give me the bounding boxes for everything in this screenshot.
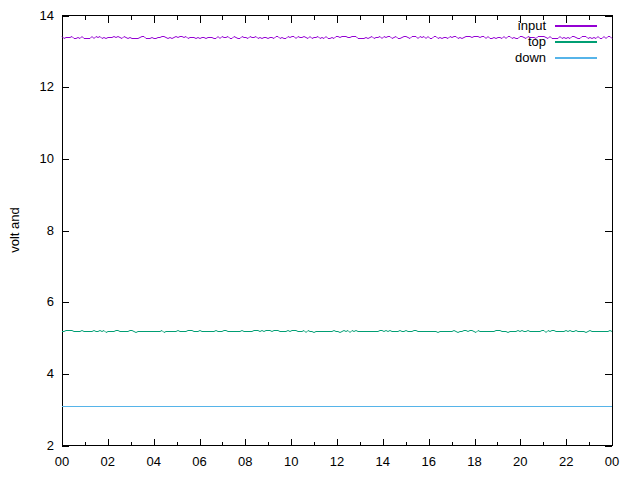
legend: input top down	[515, 18, 597, 66]
y-axis-label: volt and	[7, 207, 22, 253]
x-tick-label: 02	[101, 454, 115, 469]
x-tick-label: 22	[559, 454, 573, 469]
legend-line-sample-down	[555, 57, 597, 59]
y-tick-label: 4	[47, 366, 54, 381]
legend-label-input: input	[518, 18, 546, 34]
plot-border	[62, 16, 612, 446]
series-line-top	[62, 331, 612, 333]
legend-line-sample-top	[555, 41, 597, 43]
y-tick-label: 6	[47, 294, 54, 309]
y-tick-label: 14	[40, 8, 54, 23]
y-tick-label: 10	[40, 151, 54, 166]
legend-item-down: down	[515, 50, 597, 66]
x-tick-label: 06	[192, 454, 206, 469]
legend-label-top: top	[528, 34, 546, 50]
legend-line-sample-input	[555, 25, 597, 27]
y-tick-label: 8	[47, 223, 54, 238]
minor-ticks	[86, 16, 590, 446]
x-tick-label: 12	[330, 454, 344, 469]
x-tick-label: 00	[605, 454, 619, 469]
x-tick-label: 14	[376, 454, 390, 469]
x-tick-label: 00	[55, 454, 69, 469]
legend-item-top: top	[515, 34, 597, 50]
legend-item-input: input	[515, 18, 597, 34]
legend-label-down: down	[515, 50, 546, 66]
y-tick-label: 12	[40, 79, 54, 94]
plot-area: 000204060810121416182022002468101214	[0, 0, 640, 480]
x-tick-label: 18	[467, 454, 481, 469]
y-tick-label: 2	[47, 438, 54, 453]
x-tick-label: 04	[146, 454, 160, 469]
x-tick-label: 08	[238, 454, 252, 469]
x-tick-label: 20	[513, 454, 527, 469]
chart: 000204060810121416182022002468101214 vol…	[0, 0, 640, 480]
x-tick-label: 16	[421, 454, 435, 469]
x-tick-label: 10	[284, 454, 298, 469]
major-ticks	[62, 16, 613, 447]
